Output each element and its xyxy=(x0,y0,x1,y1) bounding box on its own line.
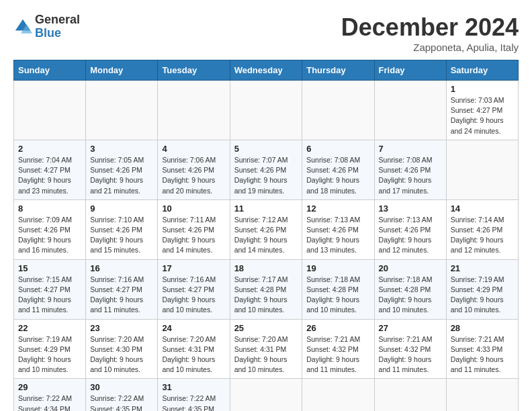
day-number: 24 xyxy=(162,323,225,333)
day-info: Sunrise: 7:13 AMSunset: 4:26 PMDaylight:… xyxy=(306,216,360,255)
day-info: Sunrise: 7:03 AMSunset: 4:27 PMDaylight:… xyxy=(451,96,504,135)
day-number: 16 xyxy=(90,263,153,273)
table-row xyxy=(446,140,518,199)
day-number: 13 xyxy=(379,203,442,214)
day-info: Sunrise: 7:20 AMSunset: 4:31 PMDaylight:… xyxy=(234,335,288,374)
week-row-6: 29 Sunrise: 7:22 AMSunset: 4:34 PMDaylig… xyxy=(14,379,519,411)
day-info: Sunrise: 7:13 AMSunset: 4:26 PMDaylight:… xyxy=(379,216,433,255)
day-number: 21 xyxy=(451,263,514,273)
day-number: 8 xyxy=(18,203,81,214)
table-row: 28 Sunrise: 7:21 AMSunset: 4:33 PMDaylig… xyxy=(446,319,518,379)
day-info: Sunrise: 7:08 AMSunset: 4:26 PMDaylight:… xyxy=(379,156,433,195)
day-info: Sunrise: 7:18 AMSunset: 4:28 PMDaylight:… xyxy=(306,275,360,314)
day-info: Sunrise: 7:18 AMSunset: 4:28 PMDaylight:… xyxy=(379,275,433,314)
table-row: 11 Sunrise: 7:12 AMSunset: 4:26 PMDaylig… xyxy=(230,199,302,259)
table-row: 8 Sunrise: 7:09 AMSunset: 4:26 PMDayligh… xyxy=(14,199,86,259)
day-info: Sunrise: 7:05 AMSunset: 4:26 PMDaylight:… xyxy=(90,156,144,195)
table-row xyxy=(302,379,374,411)
day-number: 4 xyxy=(162,144,225,154)
table-row: 18 Sunrise: 7:17 AMSunset: 4:28 PMDaylig… xyxy=(230,259,302,319)
logo-blue-text: Blue xyxy=(35,27,80,40)
day-number: 28 xyxy=(451,323,514,333)
table-row: 25 Sunrise: 7:20 AMSunset: 4:31 PMDaylig… xyxy=(230,319,302,379)
day-number: 2 xyxy=(18,144,81,154)
header-day-sunday: Sunday xyxy=(14,60,86,81)
table-row: 23 Sunrise: 7:20 AMSunset: 4:30 PMDaylig… xyxy=(86,319,158,379)
day-number: 25 xyxy=(234,323,298,333)
day-info: Sunrise: 7:07 AMSunset: 4:26 PMDaylight:… xyxy=(234,156,288,195)
table-row xyxy=(230,379,302,411)
day-info: Sunrise: 7:20 AMSunset: 4:30 PMDaylight:… xyxy=(90,335,144,374)
day-number: 22 xyxy=(18,323,81,333)
table-row: 20 Sunrise: 7:18 AMSunset: 4:28 PMDaylig… xyxy=(374,259,446,319)
week-row-1: 1 Sunrise: 7:03 AMSunset: 4:27 PMDayligh… xyxy=(14,81,519,140)
table-row: 7 Sunrise: 7:08 AMSunset: 4:26 PMDayligh… xyxy=(374,140,446,199)
day-number: 19 xyxy=(306,263,369,273)
month-title: December 2024 xyxy=(341,13,519,42)
day-info: Sunrise: 7:14 AMSunset: 4:26 PMDaylight:… xyxy=(451,216,504,255)
table-row: 27 Sunrise: 7:21 AMSunset: 4:32 PMDaylig… xyxy=(374,319,446,379)
week-row-2: 2 Sunrise: 7:04 AMSunset: 4:27 PMDayligh… xyxy=(14,140,519,199)
day-info: Sunrise: 7:21 AMSunset: 4:32 PMDaylight:… xyxy=(306,335,360,374)
day-info: Sunrise: 7:12 AMSunset: 4:26 PMDaylight:… xyxy=(234,216,288,255)
day-info: Sunrise: 7:10 AMSunset: 4:26 PMDaylight:… xyxy=(90,216,144,255)
day-number: 12 xyxy=(306,203,369,214)
day-info: Sunrise: 7:19 AMSunset: 4:29 PMDaylight:… xyxy=(18,335,72,374)
header-day-wednesday: Wednesday xyxy=(230,60,302,81)
table-row: 3 Sunrise: 7:05 AMSunset: 4:26 PMDayligh… xyxy=(86,140,158,199)
day-info: Sunrise: 7:09 AMSunset: 4:26 PMDaylight:… xyxy=(18,216,72,255)
day-number: 14 xyxy=(451,203,514,214)
table-row: 5 Sunrise: 7:07 AMSunset: 4:26 PMDayligh… xyxy=(230,140,302,199)
table-row xyxy=(374,379,446,411)
table-row: 29 Sunrise: 7:22 AMSunset: 4:34 PMDaylig… xyxy=(14,379,86,411)
day-info: Sunrise: 7:16 AMSunset: 4:27 PMDaylight:… xyxy=(90,275,144,314)
day-info: Sunrise: 7:22 AMSunset: 4:35 PMDaylight:… xyxy=(90,394,144,411)
day-number: 11 xyxy=(234,203,298,214)
day-number: 18 xyxy=(234,263,298,273)
day-number: 30 xyxy=(90,382,153,392)
calendar-header: SundayMondayTuesdayWednesdayThursdayFrid… xyxy=(14,60,519,81)
header-row: SundayMondayTuesdayWednesdayThursdayFrid… xyxy=(14,60,519,81)
subtitle: Zapponeta, Apulia, Italy xyxy=(341,42,519,53)
day-info: Sunrise: 7:21 AMSunset: 4:33 PMDaylight:… xyxy=(451,335,504,374)
week-row-4: 15 Sunrise: 7:15 AMSunset: 4:27 PMDaylig… xyxy=(14,259,519,319)
table-row: 14 Sunrise: 7:14 AMSunset: 4:26 PMDaylig… xyxy=(446,199,518,259)
table-row xyxy=(86,81,158,140)
table-row: 1 Sunrise: 7:03 AMSunset: 4:27 PMDayligh… xyxy=(446,81,518,140)
table-row: 16 Sunrise: 7:16 AMSunset: 4:27 PMDaylig… xyxy=(86,259,158,319)
table-row: 19 Sunrise: 7:18 AMSunset: 4:28 PMDaylig… xyxy=(302,259,374,319)
day-info: Sunrise: 7:04 AMSunset: 4:27 PMDaylight:… xyxy=(18,156,72,195)
day-number: 29 xyxy=(18,382,81,392)
table-row: 12 Sunrise: 7:13 AMSunset: 4:26 PMDaylig… xyxy=(302,199,374,259)
day-info: Sunrise: 7:21 AMSunset: 4:32 PMDaylight:… xyxy=(379,335,433,374)
table-row: 15 Sunrise: 7:15 AMSunset: 4:27 PMDaylig… xyxy=(14,259,86,319)
logo: General Blue xyxy=(13,13,80,40)
table-row: 4 Sunrise: 7:06 AMSunset: 4:26 PMDayligh… xyxy=(158,140,230,199)
week-row-3: 8 Sunrise: 7:09 AMSunset: 4:26 PMDayligh… xyxy=(14,199,519,259)
title-block: December 2024 Zapponeta, Apulia, Italy xyxy=(341,13,519,53)
table-row: 24 Sunrise: 7:20 AMSunset: 4:31 PMDaylig… xyxy=(158,319,230,379)
day-info: Sunrise: 7:17 AMSunset: 4:28 PMDaylight:… xyxy=(234,275,288,314)
day-number: 3 xyxy=(90,144,153,154)
table-row xyxy=(374,81,446,140)
table-row: 2 Sunrise: 7:04 AMSunset: 4:27 PMDayligh… xyxy=(14,140,86,199)
header-day-tuesday: Tuesday xyxy=(158,60,230,81)
day-number: 27 xyxy=(379,323,442,333)
header-day-saturday: Saturday xyxy=(446,60,518,81)
table-row: 22 Sunrise: 7:19 AMSunset: 4:29 PMDaylig… xyxy=(14,319,86,379)
day-info: Sunrise: 7:15 AMSunset: 4:27 PMDaylight:… xyxy=(18,275,72,314)
table-row xyxy=(446,379,518,411)
table-row: 30 Sunrise: 7:22 AMSunset: 4:35 PMDaylig… xyxy=(86,379,158,411)
day-number: 31 xyxy=(162,382,225,392)
page-header: General Blue December 2024 Zapponeta, Ap… xyxy=(13,13,519,53)
week-row-5: 22 Sunrise: 7:19 AMSunset: 4:29 PMDaylig… xyxy=(14,319,519,379)
day-number: 20 xyxy=(379,263,442,273)
day-number: 26 xyxy=(306,323,369,333)
table-row: 17 Sunrise: 7:16 AMSunset: 4:27 PMDaylig… xyxy=(158,259,230,319)
day-number: 10 xyxy=(162,203,225,214)
day-info: Sunrise: 7:22 AMSunset: 4:35 PMDaylight:… xyxy=(162,394,216,411)
day-info: Sunrise: 7:16 AMSunset: 4:27 PMDaylight:… xyxy=(162,275,216,314)
day-number: 7 xyxy=(379,144,442,154)
day-number: 17 xyxy=(162,263,225,273)
table-row xyxy=(14,81,86,140)
